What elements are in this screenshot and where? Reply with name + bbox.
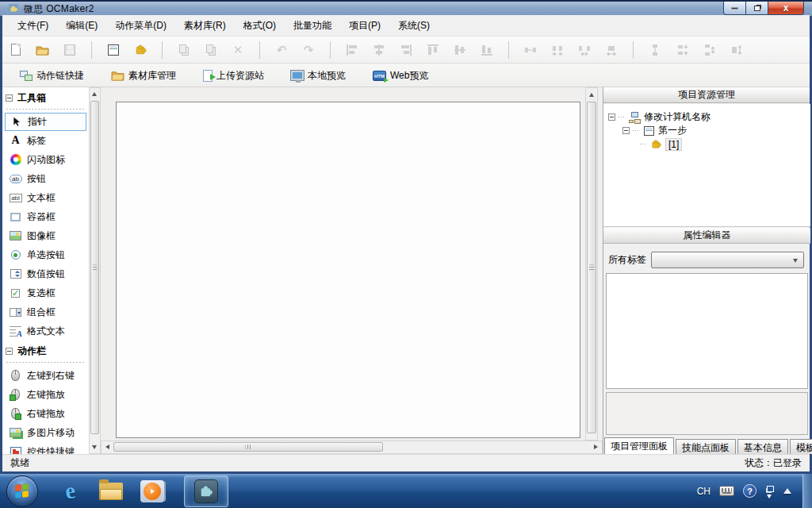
mouse-right-drag-icon — [9, 407, 22, 421]
scroll-right-icon[interactable] — [594, 444, 598, 449]
action-chain-button[interactable]: 动作链快捷 — [13, 67, 97, 85]
collapse-icon[interactable] — [6, 94, 13, 102]
close-button[interactable]: x — [768, 2, 804, 15]
window-restore-tray-icon[interactable] — [765, 486, 775, 497]
action-item-left-to-right[interactable]: 左键到右键 — [2, 366, 89, 385]
tab-template[interactable]: 模板 — [790, 439, 812, 454]
language-indicator[interactable]: CH — [697, 486, 710, 497]
align-bottom-icon[interactable] — [480, 43, 494, 57]
delete-icon[interactable]: ✕ — [231, 43, 245, 57]
paste-icon[interactable] — [204, 43, 218, 57]
collapse-icon[interactable] — [608, 114, 615, 121]
action-item-multi-image-move[interactable]: 多图片移动 — [2, 423, 89, 442]
scroll-up-icon[interactable] — [589, 93, 594, 97]
tab-project-management[interactable]: 项目管理面板 — [604, 437, 674, 454]
upload-resource-button[interactable]: 上传资源站 — [197, 67, 277, 85]
tree-node-action-1[interactable]: [1] — [608, 137, 810, 151]
taskbar-ocmaker-app[interactable] — [184, 475, 228, 507]
scroll-down-icon[interactable] — [92, 445, 97, 449]
menu-batch[interactable]: 批量功能 — [285, 16, 340, 36]
tab-basic-info[interactable]: 基本信息 — [737, 439, 788, 454]
all-labels-dropdown[interactable] — [651, 252, 804, 268]
toolbox-item-checkbox[interactable]: ✓ 复选框 — [2, 283, 89, 302]
redo-icon[interactable]: ↷ — [301, 43, 316, 57]
menu-file[interactable]: 文件(F) — [9, 16, 57, 36]
titlebar[interactable]: 微思 OCMaker2 x — [0, 0, 812, 16]
tree-node-label: [1] — [665, 138, 682, 151]
toolbox-item-container[interactable]: 容器框 — [2, 207, 89, 226]
tree-node-step[interactable]: 第一步 — [608, 124, 810, 137]
toolbox-item-button[interactable]: ab 按钮 — [2, 169, 89, 188]
help-tray-icon[interactable]: ? — [743, 484, 756, 498]
menu-system[interactable]: 系统(S) — [389, 16, 439, 36]
tree-node-project[interactable]: 修改计算机名称 — [608, 110, 810, 124]
taskbar-media-player[interactable] — [132, 475, 173, 507]
toolbox-item-image-frame[interactable]: 图像框 — [2, 226, 89, 245]
undo-icon[interactable]: ↶ — [274, 43, 289, 57]
start-button[interactable] — [6, 475, 38, 507]
menu-material[interactable]: 素材库(R) — [175, 16, 235, 36]
scroll-left-icon[interactable] — [105, 444, 109, 449]
align-top-icon[interactable] — [426, 43, 440, 57]
action-item-control-hotkey[interactable]: 控件快捷键 — [2, 442, 89, 454]
project-panel-header: 项目资源管理 — [603, 87, 810, 103]
local-preview-button[interactable]: 本地预览 — [285, 67, 358, 85]
toolbox-group-header[interactable]: 工具箱 — [2, 87, 89, 107]
action-item-right-drag[interactable]: 右键拖放 — [2, 404, 89, 423]
toolbox-item-numeric[interactable]: 数值按钮 — [2, 264, 89, 283]
collapse-icon[interactable] — [6, 348, 13, 355]
form-view-icon[interactable] — [106, 43, 121, 57]
restore-button[interactable] — [746, 2, 768, 15]
window-title: 微思 OCMaker2 — [24, 2, 94, 16]
toolbox-item-pointer[interactable]: 指针 — [5, 113, 86, 131]
scroll-up-icon[interactable] — [92, 92, 97, 96]
scrollbar-thumb[interactable] — [90, 101, 99, 434]
collapse-icon[interactable] — [622, 127, 630, 134]
taskbar-internet-explorer[interactable]: e — [49, 475, 90, 507]
toolbox-item-textbox[interactable]: abl 文本框 — [2, 188, 89, 207]
same-size-icon[interactable] — [523, 43, 538, 57]
remove-hspacing-icon[interactable] — [604, 43, 619, 57]
minimize-button[interactable] — [723, 2, 746, 15]
show-desktop-button[interactable] — [802, 474, 812, 508]
decrease-hspacing-icon[interactable] — [550, 43, 565, 57]
open-folder-icon[interactable] — [36, 43, 50, 57]
web-preview-button[interactable]: HTM Web预览 — [366, 67, 441, 85]
align-right-icon[interactable] — [399, 43, 413, 57]
copy-icon[interactable] — [177, 43, 191, 57]
toolbox-item-flash-icon[interactable]: 闪动图标 — [2, 150, 89, 169]
menu-action[interactable]: 动作菜单(D) — [106, 16, 175, 36]
align-center-icon[interactable] — [372, 43, 386, 57]
toolbox-item-label[interactable]: A 标签 — [2, 131, 89, 150]
same-height-icon[interactable] — [648, 43, 662, 57]
scrollbar-thumb[interactable] — [113, 442, 383, 452]
align-middle-icon[interactable] — [453, 43, 467, 57]
remove-vspacing-icon[interactable] — [729, 43, 743, 57]
menu-project[interactable]: 项目(P) — [340, 16, 389, 36]
save-icon[interactable] — [63, 43, 77, 57]
property-value-box[interactable] — [606, 273, 808, 389]
new-document-icon[interactable] — [9, 43, 23, 57]
actions-group-header[interactable]: 动作栏 — [2, 341, 89, 360]
canvas-vertical-scrollbar[interactable] — [585, 87, 598, 441]
taskbar-explorer[interactable] — [90, 475, 132, 507]
toolbox-item-richtext[interactable]: A 格式文本 — [2, 321, 89, 341]
action-item-left-drag[interactable]: 左键拖放 — [2, 385, 89, 404]
equal-vspacing-icon[interactable] — [702, 43, 716, 57]
equal-hspacing-icon[interactable] — [577, 43, 592, 57]
menu-format[interactable]: 格式(O) — [235, 16, 285, 36]
toolbox-item-radio[interactable]: 单选按钮 — [2, 245, 89, 264]
scrollbar-thumb[interactable] — [587, 102, 596, 433]
toolbox-scrollbar[interactable] — [89, 87, 101, 454]
align-left-icon[interactable] — [345, 43, 359, 57]
menu-edit[interactable]: 编辑(E) — [57, 16, 106, 36]
toolbox-item-combobox[interactable]: 组合框 — [2, 302, 89, 321]
increase-vspacing-icon[interactable] — [675, 43, 689, 57]
action-wizard-icon[interactable] — [133, 43, 147, 57]
material-library-button[interactable]: 素材库管理 — [105, 67, 189, 85]
keyboard-tray-icon[interactable] — [719, 486, 734, 496]
tray-expand-icon[interactable] — [783, 488, 791, 494]
tab-skill-points[interactable]: 技能点面板 — [676, 439, 736, 454]
design-canvas[interactable] — [116, 102, 580, 438]
canvas-horizontal-scrollbar[interactable] — [101, 441, 603, 454]
